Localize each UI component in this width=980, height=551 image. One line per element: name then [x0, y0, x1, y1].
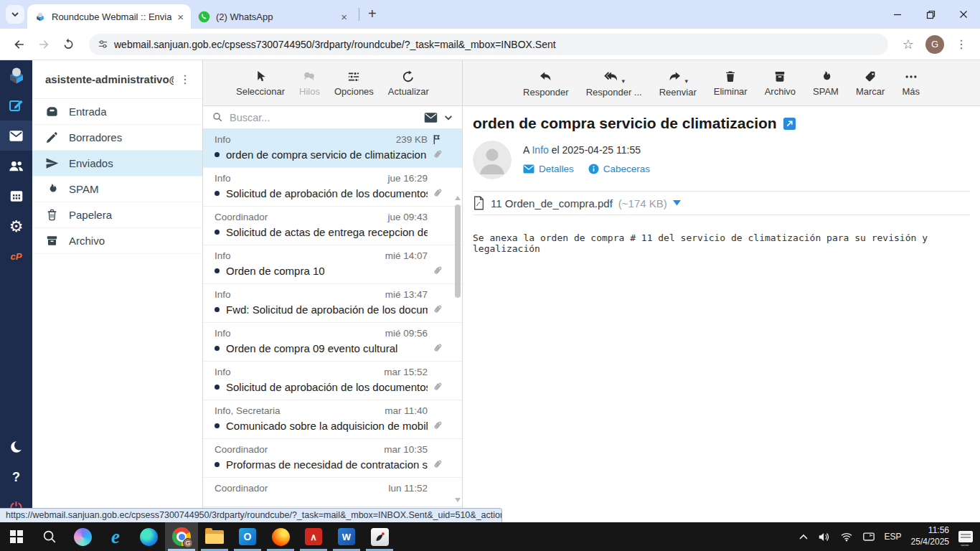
display-connect-icon[interactable]	[862, 532, 875, 542]
language-indicator[interactable]: ESP	[885, 532, 902, 542]
pointer-icon	[253, 70, 268, 84]
folder-papelera[interactable]: Papelera	[32, 202, 202, 228]
tab-whatsapp[interactable]: (2) WhatsApp ×	[191, 4, 354, 29]
folder-enviados[interactable]: Enviados	[32, 151, 202, 176]
message-list-item[interactable]: Coordinador jue 09:43 Solicitud de actas…	[203, 207, 462, 245]
message-subject: Comunicado sobre la adquisicion de mobil…	[226, 420, 428, 432]
folder-archivo[interactable]: Archivo	[32, 228, 202, 254]
outlook-button[interactable]: O	[231, 522, 264, 551]
word-button[interactable]: W	[330, 522, 363, 551]
back-button[interactable]	[7, 32, 32, 57]
contacts-nav-button[interactable]	[0, 151, 32, 181]
scroll-up-arrow[interactable]	[455, 196, 461, 200]
message-subject: Solicitud de actas de entrega recepcion …	[226, 226, 428, 238]
mark-button[interactable]: Marcar	[856, 70, 885, 97]
compose-button[interactable]	[0, 90, 32, 121]
tab-roundcube[interactable]: Roundcube Webmail :: Enviados ×	[27, 4, 191, 29]
message-list-item[interactable]: Info mié 14:07 Orden de compra 10	[203, 245, 462, 284]
start-button[interactable]	[0, 522, 33, 551]
help-button[interactable]: ?	[0, 462, 32, 492]
search-scope-mail-icon[interactable]	[424, 112, 438, 123]
tab-search-button[interactable]	[6, 5, 24, 24]
account-menu-icon[interactable]: ⋮	[174, 72, 197, 86]
folder-borradores[interactable]: Borradores	[32, 125, 202, 151]
forward-button[interactable]	[32, 32, 56, 57]
more-button[interactable]: Más	[902, 70, 920, 97]
spam-button[interactable]: SPAM	[813, 70, 839, 97]
open-in-new-window-icon[interactable]	[783, 118, 796, 130]
calendar-nav-button[interactable]	[0, 181, 32, 211]
reply-all-button[interactable]: ▾ Responder ...	[586, 69, 642, 98]
acrobat-button[interactable]: ∧	[297, 522, 330, 551]
refresh-button[interactable]: Actualizar	[388, 70, 429, 97]
tab-close-icon[interactable]: ×	[341, 11, 347, 22]
url-bar[interactable]: webmail.sanjuan.gob.ec/cpsess7300744950/…	[89, 34, 888, 55]
volume-icon[interactable]	[818, 532, 831, 542]
forward-button-mail[interactable]: ▾ Reenviar	[659, 69, 697, 98]
message-list-item[interactable]: Info mié 09:56 Orden de compra 09 evento…	[203, 323, 462, 362]
search-options-chevron-icon[interactable]	[443, 113, 453, 123]
search-input[interactable]	[230, 112, 418, 123]
reply-button[interactable]: Responder	[523, 69, 569, 98]
java-app-button[interactable]	[363, 522, 396, 551]
message-list-item[interactable]: Info mar 15:52 Solicitud de aprobación d…	[203, 362, 462, 400]
attachment-name[interactable]: 11 Orden_de_compra.pdf	[491, 197, 613, 209]
window-close-button[interactable]	[947, 0, 980, 29]
scroll-down-arrow[interactable]	[455, 498, 461, 502]
attachment-bar[interactable]: 11 Orden_de_compra.pdf (~174 KB)	[473, 191, 970, 215]
forward-caret-icon[interactable]: ▾	[684, 77, 688, 85]
chrome-button[interactable]: G	[165, 522, 198, 551]
firefox-button[interactable]	[264, 522, 297, 551]
forward-icon	[37, 37, 51, 52]
options-button[interactable]: Opciones	[334, 70, 374, 97]
window-minimize-button[interactable]	[881, 0, 914, 29]
copilot-button[interactable]	[66, 522, 99, 551]
mail-nav-button[interactable]	[0, 121, 32, 151]
clock[interactable]: 11:56 25/4/2025	[911, 525, 949, 547]
new-tab-button[interactable]: +	[364, 6, 381, 22]
threads-button[interactable]: Hilos	[299, 70, 320, 97]
folder-entrada[interactable]: Entrada	[32, 99, 202, 125]
edge-button[interactable]	[132, 522, 165, 551]
message-date: mar 10:35	[384, 444, 428, 455]
cpanel-button[interactable]: cP	[0, 241, 32, 271]
select-button[interactable]: Seleccionar	[236, 70, 285, 97]
reload-button[interactable]	[56, 32, 80, 57]
file-explorer-button[interactable]	[198, 522, 231, 551]
browser-profile-avatar[interactable]: G	[925, 35, 944, 54]
window-restore-button[interactable]	[914, 0, 947, 29]
tray-expand-chevron-icon[interactable]	[798, 533, 809, 540]
wifi-icon[interactable]	[840, 532, 853, 542]
cpanel-icon: cP	[11, 251, 22, 262]
folder-spam[interactable]: SPAM	[32, 176, 202, 202]
message-sender: Info, Secretaria	[215, 405, 385, 416]
message-subject: Solicitud de aprobación de los documento…	[226, 187, 428, 199]
recipient-link[interactable]: Info	[532, 144, 548, 156]
message-list-item[interactable]: Info, Secretaria mar 11:40 Comunicado so…	[203, 400, 462, 439]
bookmark-star-icon[interactable]: ☆	[897, 37, 920, 52]
message-list-item[interactable]: Info 239 KB orden de compra servicio de …	[203, 129, 462, 168]
internet-explorer-button[interactable]: e	[99, 522, 132, 551]
details-toggle[interactable]: Detalles	[523, 164, 574, 174]
scrollbar-thumb[interactable]	[455, 204, 461, 298]
settings-nav-button[interactable]: ⚙	[0, 211, 32, 241]
archive-label: Archivo	[765, 86, 796, 97]
dark-mode-button[interactable]	[0, 432, 32, 462]
message-list-item[interactable]: Info mié 13:47 Fwd: Solicitud de aprobac…	[203, 284, 462, 323]
message-list-item[interactable]: Coordinador mar 10:35 Proformas de neces…	[203, 439, 462, 478]
flag-slot[interactable]	[428, 133, 443, 146]
delete-button[interactable]: Eliminar	[714, 70, 748, 97]
reply-all-caret-icon[interactable]: ▾	[621, 77, 625, 85]
list-scrollbar[interactable]	[454, 192, 461, 505]
threads-icon	[301, 70, 317, 84]
tab-close-icon[interactable]: ×	[177, 11, 184, 22]
taskbar-search-button[interactable]	[33, 522, 66, 551]
reply-label: Responder	[523, 87, 569, 98]
message-list-item[interactable]: Info jue 16:29 Solicitud de aprobación d…	[203, 168, 462, 207]
notification-center-icon[interactable]: 1	[958, 531, 973, 542]
archive-button[interactable]: Archivo	[765, 70, 796, 97]
headers-toggle[interactable]: Cabeceras	[588, 164, 650, 174]
moon-icon	[9, 439, 24, 455]
browser-menu-icon[interactable]: ⋮	[950, 37, 973, 51]
attachment-menu-caret-icon[interactable]	[673, 200, 681, 206]
